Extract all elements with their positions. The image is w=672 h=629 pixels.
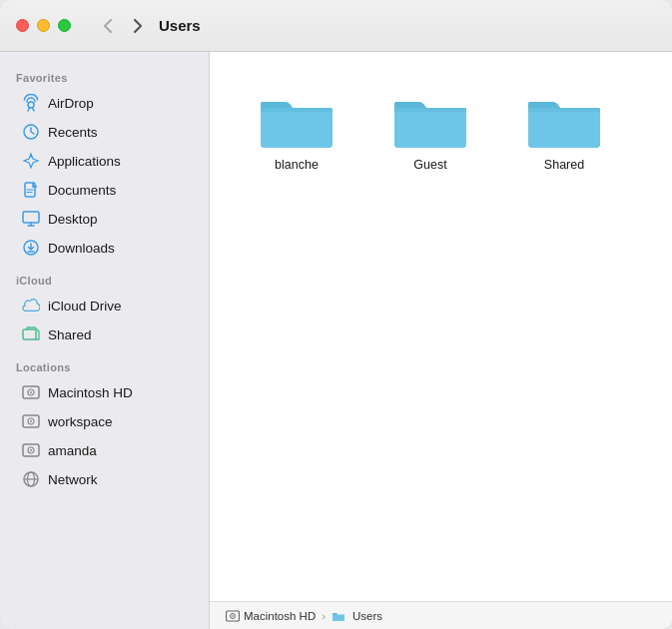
sidebar-item-workspace-label: workspace [48, 414, 113, 429]
svg-point-15 [30, 391, 32, 393]
folder-guest-label: Guest [413, 158, 446, 172]
folder-icon-guest [390, 84, 470, 152]
status-users-folder-icon [332, 610, 345, 622]
sidebar-item-macintosh-hd-label: Macintosh HD [48, 385, 133, 400]
sidebar-item-applications-label: Applications [48, 154, 121, 169]
forward-button[interactable] [125, 13, 151, 39]
sidebar-item-workspace[interactable]: workspace [6, 407, 203, 435]
shared-icloud-icon [22, 325, 40, 343]
folder-icon-shared [524, 84, 604, 152]
svg-point-0 [28, 102, 34, 108]
close-button[interactable] [16, 19, 29, 32]
sidebar-section-locations: Locations [0, 349, 209, 377]
file-area: blanche Guest [210, 52, 672, 601]
content-area: Favorites AirDrop [0, 52, 672, 629]
applications-icon [22, 152, 40, 170]
sidebar-item-shared-icloud-label: Shared [48, 327, 92, 342]
folder-shared-label: Shared [544, 158, 584, 172]
sidebar-item-network[interactable]: Network [6, 465, 203, 493]
sidebar-item-amanda-label: amanda [48, 443, 97, 458]
sidebar: Favorites AirDrop [0, 52, 210, 629]
back-button[interactable] [95, 13, 121, 39]
desktop-icon [22, 210, 40, 228]
status-bar: Macintosh HD › Users [210, 601, 672, 629]
status-users: Users [352, 610, 382, 622]
sidebar-item-applications[interactable]: Applications [6, 147, 203, 175]
sidebar-item-airdrop-label: AirDrop [48, 96, 94, 111]
window-title: Users [159, 17, 201, 34]
minimize-button[interactable] [37, 19, 50, 32]
svg-rect-7 [23, 212, 39, 223]
documents-icon [22, 181, 40, 199]
folder-blanche-label: blanche [275, 158, 319, 172]
sidebar-item-shared-icloud[interactable]: Shared [6, 320, 203, 348]
sidebar-item-desktop[interactable]: Desktop [6, 205, 203, 233]
sidebar-item-macintosh-hd[interactable]: Macintosh HD [6, 378, 203, 406]
sidebar-section-favorites: Favorites [0, 60, 209, 88]
maximize-button[interactable] [58, 19, 71, 32]
sidebar-item-downloads-label: Downloads [48, 241, 115, 256]
sidebar-item-documents-label: Documents [48, 183, 116, 198]
downloads-icon [22, 239, 40, 257]
breadcrumb-separator-1: › [322, 610, 326, 622]
nav-buttons [95, 13, 151, 39]
airdrop-icon [22, 94, 40, 112]
folder-item-shared[interactable]: Shared [509, 76, 619, 180]
sidebar-item-recents-label: Recents [48, 125, 98, 140]
svg-line-2 [33, 108, 35, 111]
sidebar-item-icloud-drive[interactable]: iCloud Drive [6, 292, 203, 319]
sidebar-section-icloud: iCloud [0, 263, 209, 291]
main-panel: blanche Guest [210, 52, 672, 629]
svg-rect-12 [23, 329, 36, 339]
network-icon [22, 470, 40, 488]
folder-item-guest[interactable]: Guest [375, 76, 485, 180]
recents-icon [22, 123, 40, 141]
amanda-icon [22, 441, 40, 459]
macintosh-hd-icon [22, 383, 40, 401]
folder-icon-blanche [257, 84, 336, 152]
sidebar-item-airdrop[interactable]: AirDrop [6, 89, 203, 117]
svg-point-27 [232, 615, 234, 617]
finder-window: Users Favorites AirDrop [0, 0, 672, 629]
sidebar-item-icloud-drive-label: iCloud Drive [48, 299, 122, 314]
title-bar: Users [0, 0, 672, 52]
sidebar-item-amanda[interactable]: amanda [6, 436, 203, 464]
icloud-drive-icon [22, 297, 40, 314]
svg-point-21 [30, 449, 32, 451]
traffic-lights [0, 19, 87, 32]
status-hd-icon [226, 609, 240, 623]
sidebar-item-recents[interactable]: Recents [6, 118, 203, 146]
folder-item-blanche[interactable]: blanche [242, 76, 351, 180]
workspace-icon [22, 412, 40, 430]
sidebar-item-downloads[interactable]: Downloads [6, 234, 203, 262]
sidebar-item-network-label: Network [48, 472, 98, 487]
status-macintosh-hd: Macintosh HD [244, 610, 316, 622]
sidebar-item-desktop-label: Desktop [48, 212, 98, 227]
svg-line-1 [28, 108, 30, 111]
svg-point-18 [30, 420, 32, 422]
sidebar-item-documents[interactable]: Documents [6, 176, 203, 204]
